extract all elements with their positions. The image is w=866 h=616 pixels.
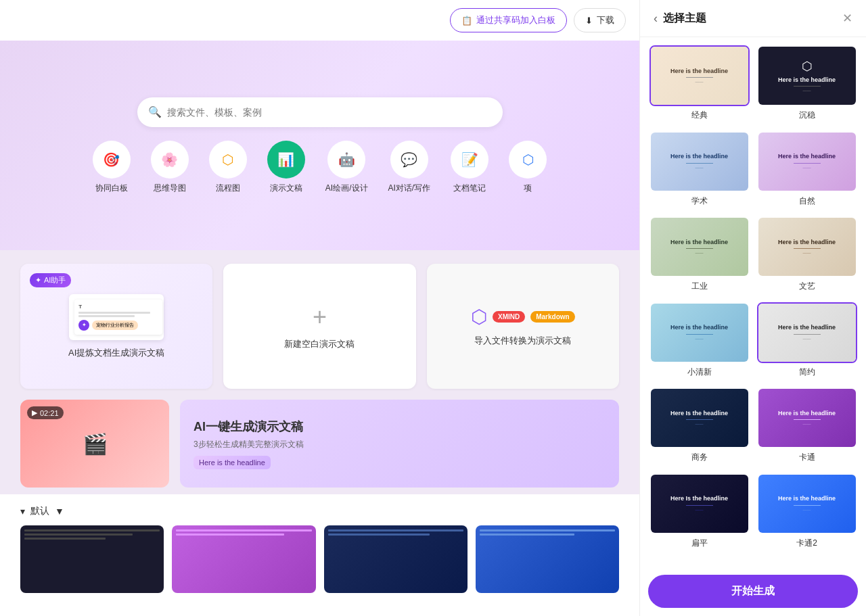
bottom-card-3[interactable] — [324, 525, 468, 593]
theme-thumb-stable: ⬡ Here is the headline —— — [757, 45, 857, 106]
theme-item-classic[interactable]: Here is the headline —— 经典 — [648, 45, 750, 123]
theme-thumb-academic: Here is the headline —— — [650, 131, 750, 192]
video-duration: 02:21 — [40, 409, 59, 417]
video-duration-badge: ▶ 02:21 — [27, 406, 64, 419]
ai-gen-card[interactable]: AI一键生成演示文稿 3步轻松生成精美完整演示文稿 Here is the he… — [180, 400, 619, 488]
flowchart-label: 流程图 — [216, 183, 240, 194]
new-blank-label: 新建空白演示文稿 — [284, 338, 355, 350]
ai-write-label: AI对话/写作 — [388, 183, 431, 194]
chevron-down-icon: ▾ — [20, 506, 25, 517]
theme-thumb-nature: Here is the headline —— — [757, 131, 857, 192]
theme-name-simple: 简约 — [799, 366, 815, 378]
theme-name-cartoon: 卡通 — [799, 452, 815, 463]
bottom-card-1[interactable] — [20, 525, 164, 593]
theme-item-cartoon[interactable]: Here is the headline —— 卡通 — [756, 387, 858, 465]
ai-badge: ✦ AI助手 — [30, 273, 71, 287]
import-icons: ⬡ XMIND Markdown — [471, 306, 575, 328]
flowchart-icon-circle: ⬡ — [209, 141, 247, 179]
theme-item-fresh[interactable]: Here is the headline —— 小清新 — [648, 302, 750, 380]
mindmap-label: 思维导图 — [154, 183, 186, 194]
more-icon-circle: ⬡ — [509, 141, 547, 179]
theme-name-industry: 工业 — [691, 281, 708, 292]
theme-thumb-classic: Here is the headline —— — [650, 45, 750, 106]
video-card[interactable]: 🎬 ▶ 02:21 — [20, 400, 169, 488]
more-label: 项 — [524, 183, 532, 194]
share-icon: 📋 — [461, 16, 472, 26]
panel-title-row: ‹ 选择主题 — [654, 11, 706, 26]
sort-label: 默认 — [30, 505, 49, 517]
theme-item-art[interactable]: Here is the headline —— 文艺 — [756, 216, 858, 294]
theme-name-academic: 学术 — [691, 195, 708, 207]
start-generate-button[interactable]: 开始生成 — [648, 575, 858, 608]
main-area: 📋 通过共享码加入白板 ⬇ 下载 🔍 🎯 协同白板 🌸 思维导 — [0, 0, 639, 616]
download-button[interactable]: ⬇ 下载 — [574, 8, 626, 32]
theme-item-business[interactable]: Here Is the headline —— 商务 — [648, 387, 750, 465]
sidebar-item-presentation[interactable]: 📊 演示文稿 — [267, 141, 305, 194]
presentation-label: 演示文稿 — [270, 183, 302, 194]
sidebar-item-whiteboard[interactable]: 🎯 协同白板 — [93, 141, 131, 194]
content-section: ✦ AI助手 T ✦ 宠物行业分析报告 — [0, 250, 639, 501]
bottom-section: ▾ 默认 ▼ — [0, 494, 639, 616]
bottom-card-2[interactable] — [172, 525, 315, 593]
download-icon: ⬇ — [585, 16, 593, 26]
sidebar-item-more[interactable]: ⬡ 项 — [509, 141, 547, 194]
theme-thumb-simple: Here is the headline —— — [757, 302, 857, 363]
sidebar-item-ai-design[interactable]: 🤖 AI绘画/设计 — [325, 141, 368, 194]
ai-design-icon-circle: 🤖 — [327, 141, 365, 179]
bottom-cards-row — [20, 525, 619, 593]
ai-gen-row: 🎬 ▶ 02:21 AI一键生成演示文稿 3步轻松生成精美完整演示文稿 Here… — [20, 400, 619, 488]
mindmap-icon-circle: 🌸 — [151, 141, 189, 179]
action-cards-row: ✦ AI助手 T ✦ 宠物行业分析报告 — [20, 264, 619, 389]
new-blank-card[interactable]: + 新建空白演示文稿 — [223, 264, 415, 389]
theme-item-industry[interactable]: Here is the headline —— 工业 — [648, 216, 750, 294]
theme-item-simple[interactable]: Here is the headline —— 简约 — [756, 302, 858, 380]
bottom-card-4[interactable] — [476, 525, 619, 593]
ai-card-preview: T ✦ 宠物行业分析报告 — [69, 294, 164, 340]
theme-name-classic: 经典 — [691, 110, 708, 121]
presentation-icon-circle: 📊 — [267, 141, 305, 179]
theme-item-nature[interactable]: Here is the headline —— 自然 — [756, 131, 858, 209]
sidebar-item-ai-write[interactable]: 💬 AI对话/写作 — [388, 141, 431, 194]
panel-title: 选择主题 — [663, 11, 706, 26]
theme-thumb-cartoon: Here is the headline —— — [757, 387, 857, 448]
share-label: 通过共享码加入白板 — [476, 14, 555, 26]
theme-name-flat: 扁平 — [691, 538, 708, 549]
ai-extract-card[interactable]: ✦ AI助手 T ✦ 宠物行业分析报告 — [20, 264, 212, 389]
theme-name-nature: 自然 — [799, 195, 815, 207]
theme-item-cartoon2[interactable]: Here is the headline —— 卡通2 — [756, 473, 858, 551]
import-card[interactable]: ⬡ XMIND Markdown 导入文件转换为演示文稿 — [427, 264, 619, 389]
plus-icon: + — [313, 303, 327, 331]
theme-thumb-fresh: Here is the headline —— — [650, 302, 750, 363]
panel-close-button[interactable]: ✕ — [842, 11, 852, 26]
download-label: 下载 — [597, 14, 614, 26]
sidebar-item-notes[interactable]: 📝 文档笔记 — [451, 141, 488, 194]
notes-icon-circle: 📝 — [451, 141, 488, 179]
theme-name-fresh: 小清新 — [687, 366, 712, 378]
import-label: 导入文件转换为演示文稿 — [474, 335, 571, 347]
theme-name-cartoon2: 卡通2 — [796, 538, 817, 549]
theme-name-stable: 沉稳 — [799, 110, 815, 121]
theme-name-business: 商务 — [691, 452, 708, 463]
bottom-header: ▾ 默认 ▼ — [20, 505, 619, 517]
sidebar-item-flowchart[interactable]: ⬡ 流程图 — [209, 141, 247, 194]
theme-item-flat[interactable]: Here Is the headline —— 扁平 — [648, 473, 750, 551]
theme-panel: ‹ 选择主题 ✕ Here is the headline —— 经典 — [639, 0, 866, 616]
sidebar-item-mindmap[interactable]: 🌸 思维导图 — [151, 141, 189, 194]
theme-grid: Here is the headline —— 经典 ⬡ Here is the… — [640, 37, 866, 567]
theme-thumb-flat: Here Is the headline —— — [650, 473, 750, 534]
panel-header: ‹ 选择主题 ✕ — [640, 0, 866, 37]
ai-design-label: AI绘画/设计 — [325, 183, 368, 194]
ai-gen-title: AI一键生成演示文稿 — [193, 419, 606, 435]
search-input[interactable] — [167, 107, 492, 118]
theme-item-stable[interactable]: ⬡ Here is the headline —— 沉稳 — [756, 45, 858, 123]
nav-icons: 🎯 协同白板 🌸 思维导图 ⬡ 流程图 📊 演示文稿 — [93, 141, 547, 194]
search-bar[interactable]: 🔍 — [137, 97, 503, 127]
search-icon: 🔍 — [148, 105, 162, 118]
hero-section: 🔍 🎯 协同白板 🌸 思维导图 ⬡ 流程图 — [0, 41, 639, 250]
share-button[interactable]: 📋 通过共享码加入白板 — [450, 8, 567, 32]
whiteboard-icon-circle: 🎯 — [93, 141, 131, 179]
ai-gen-subtitle: 3步轻松生成精美完整演示文稿 — [193, 439, 606, 450]
theme-item-academic[interactable]: Here is the headline —— 学术 — [648, 131, 750, 209]
panel-back-button[interactable]: ‹ — [654, 11, 658, 26]
theme-thumb-industry: Here is the headline —— — [650, 216, 750, 277]
